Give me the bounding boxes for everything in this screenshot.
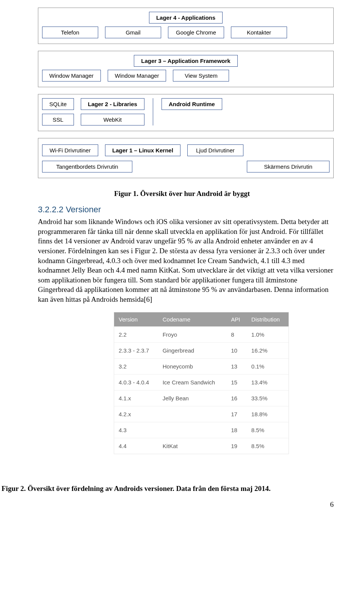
figure-1-caption: Figur 1. Översikt över hur Android är by… <box>30 190 334 198</box>
table-cell: 17 <box>226 406 247 422</box>
table-cell <box>158 406 227 422</box>
layer-4: Lager 4 - Applications Telefon Gmail Goo… <box>38 8 334 44</box>
table-header: Distribution <box>247 312 289 327</box>
layer-1: Wi-Fi Drivrutiner Lager 1 – Linux Kernel… <box>38 138 334 178</box>
layer-2-item: SSL <box>42 114 74 125</box>
layer-4-header: Lager 4 - Applications <box>149 12 223 24</box>
table-row: 4.0.3 - 4.0.4Ice Cream Sandwich1513.4% <box>114 374 289 390</box>
layer-1-header: Lager 1 – Linux Kernel <box>105 144 180 156</box>
table-header: Codename <box>158 312 227 327</box>
table-cell: 16 <box>226 390 247 406</box>
table-cell: 16.2% <box>247 342 289 358</box>
table-cell: 33.5% <box>247 390 289 406</box>
table-header: Version <box>114 312 158 327</box>
layer-3-item: Window Manager <box>42 70 101 82</box>
layer-3: Lager 3 – Application Framework Window M… <box>38 51 334 87</box>
table-cell: 18 <box>226 422 247 438</box>
table-row: 4.3188.5% <box>114 422 289 438</box>
table-cell: 4.4 <box>114 438 158 454</box>
section-heading: 3.2.2.2 Versioner <box>38 205 334 215</box>
divider <box>153 98 153 125</box>
android-runtime-box: Android Runtime <box>162 98 222 110</box>
table-row: 4.1.xJelly Bean1633.5% <box>114 390 289 406</box>
layer-2-item: SQLite <box>42 98 74 110</box>
table-cell: 2.3.3 - 2.3.7 <box>114 342 158 358</box>
table-cell: 13.4% <box>247 374 289 390</box>
layer-2-item: WebKit <box>81 114 144 125</box>
table-cell: 0.1% <box>247 358 289 374</box>
table-cell <box>158 422 227 438</box>
table-row: 2.3.3 - 2.3.7Gingerbread1016.2% <box>114 342 289 358</box>
table-row: 4.2.x1718.8% <box>114 406 289 422</box>
table-row: 3.2Honeycomb130.1% <box>114 358 289 374</box>
table-cell: Honeycomb <box>158 358 227 374</box>
architecture-diagram: Lager 4 - Applications Telefon Gmail Goo… <box>38 8 334 178</box>
table-cell: 8 <box>226 326 247 342</box>
layer-4-item: Google Chrome <box>168 27 224 38</box>
table-cell: 3.2 <box>114 358 158 374</box>
layer-4-item: Telefon <box>42 27 98 38</box>
table-cell: 4.0.3 - 4.0.4 <box>114 374 158 390</box>
layer-1-item: Skärmens Drivrutin <box>247 161 329 172</box>
table-cell: 19 <box>226 438 247 454</box>
table-cell: 8.5% <box>247 422 289 438</box>
body-paragraph: Android har som liknande Windows och iOS… <box>38 217 334 304</box>
table-cell: 15 <box>226 374 247 390</box>
table-row: 2.2Froyo81.0% <box>114 326 289 342</box>
layer-1-item: Tangentbordets Drivrutin <box>42 161 132 172</box>
table-cell: 18.8% <box>247 406 289 422</box>
table-cell: Froyo <box>158 326 227 342</box>
page-number: 6 <box>0 500 334 509</box>
layer-4-item: Gmail <box>105 27 161 38</box>
version-table: Version Codename API Distribution 2.2Fro… <box>114 312 289 454</box>
table-cell: Gingerbread <box>158 342 227 358</box>
table-cell: 13 <box>226 358 247 374</box>
table-cell: 4.1.x <box>114 390 158 406</box>
layer-3-item: View System <box>173 70 229 82</box>
layer-2: SQLite SSL Lager 2 - Libraries WebKit An… <box>38 94 334 131</box>
layer-3-header: Lager 3 – Application Framework <box>134 55 237 67</box>
layer-1-item: Wi-Fi Drivrutiner <box>42 144 98 156</box>
table-cell: Ice Cream Sandwich <box>158 374 227 390</box>
figure-2-caption: Figur 2. Översikt över fördelning av And… <box>0 484 364 493</box>
table-cell: Jelly Bean <box>158 390 227 406</box>
layer-3-item: Window Manager <box>108 70 166 82</box>
table-cell: 8.5% <box>247 438 289 454</box>
table-row: 4.4KitKat198.5% <box>114 438 289 454</box>
table-cell: 4.3 <box>114 422 158 438</box>
table-cell: 4.2.x <box>114 406 158 422</box>
layer-1-item: Ljud Drivrutiner <box>187 144 243 156</box>
layer-2-header: Lager 2 - Libraries <box>81 98 144 110</box>
layer-4-item: Kontakter <box>231 27 287 38</box>
table-cell: 2.2 <box>114 326 158 342</box>
table-cell: KitKat <box>158 438 227 454</box>
table-header: API <box>226 312 247 327</box>
table-cell: 10 <box>226 342 247 358</box>
table-cell: 1.0% <box>247 326 289 342</box>
